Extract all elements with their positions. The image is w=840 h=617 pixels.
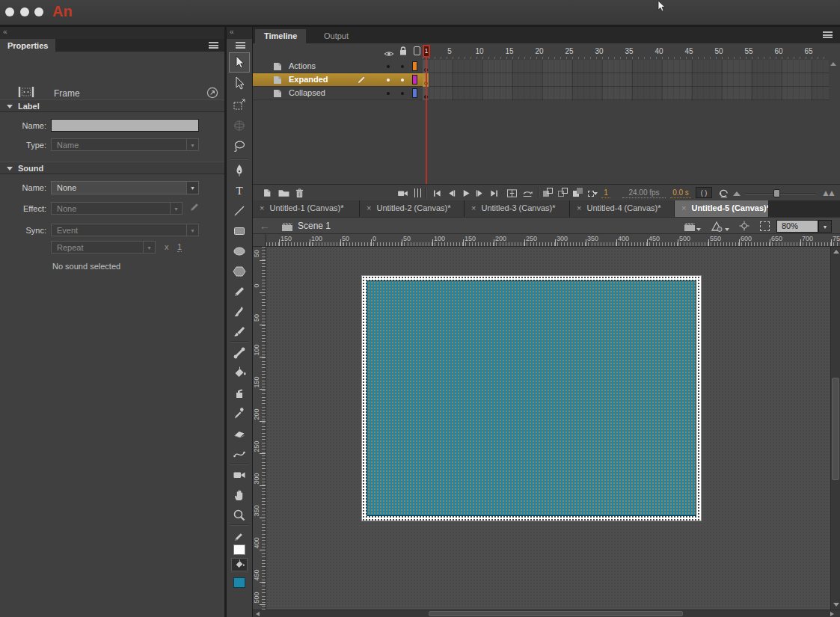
tab-output[interactable]: Output: [315, 29, 358, 43]
stroke-color-icon[interactable]: [233, 531, 245, 543]
layer-lock-dot[interactable]: [401, 92, 404, 95]
timeline-zoom-slider[interactable]: [745, 193, 815, 194]
scroll-up-icon[interactable]: [833, 250, 839, 254]
tool-bone[interactable]: [231, 345, 248, 361]
doc-tab-1[interactable]: ×Untitled-1 (Canvas)*: [253, 200, 360, 217]
show-hide-all-layers-button[interactable]: [384, 47, 394, 55]
playhead-frame-box[interactable]: 1: [423, 45, 430, 58]
layer-name[interactable]: Collapsed: [289, 88, 325, 97]
last-frame-button[interactable]: [488, 186, 500, 200]
close-tab-icon[interactable]: ×: [577, 203, 581, 212]
doc-tab-4[interactable]: ×Untitled-4 (Canvas)*: [570, 200, 675, 217]
modify-markers-button[interactable]: [588, 188, 598, 197]
timeline-scroll-up-icon[interactable]: [830, 62, 836, 66]
label-type-select[interactable]: Name ▼: [51, 138, 199, 151]
layer-name[interactable]: Actions: [289, 61, 316, 70]
layer-row-collapsed[interactable]: Collapsed: [253, 87, 423, 100]
lock-all-layers-button[interactable]: [399, 46, 408, 56]
tool-line[interactable]: [231, 203, 248, 219]
edit-scene-button[interactable]: [684, 221, 700, 232]
layer-row-actions[interactable]: Actions: [253, 60, 423, 73]
tool-pen[interactable]: [231, 162, 248, 179]
panel-menu-icon[interactable]: [209, 42, 218, 49]
tool-oval[interactable]: [231, 243, 248, 260]
collapse-panel-button[interactable]: «: [3, 28, 7, 36]
tool-paint-bucket[interactable]: [231, 365, 248, 381]
sound-name-select[interactable]: None ▼: [51, 181, 199, 194]
layer-row-expanded[interactable]: Expanded: [253, 73, 423, 87]
tool-ink-bottle[interactable]: [231, 385, 248, 402]
traffic-light-close-button[interactable]: [5, 7, 14, 16]
sound-repeat-select[interactable]: Repeat ▼: [51, 241, 156, 254]
edit-multiple-frames-button[interactable]: [573, 188, 583, 197]
sound-effect-select[interactable]: None ▼: [51, 202, 183, 215]
circular-arrow-icon[interactable]: [206, 87, 218, 99]
tool-brush[interactable]: [231, 304, 248, 320]
tool-subselection[interactable]: [231, 76, 248, 92]
tool-paint-brush[interactable]: [231, 324, 248, 340]
scroll-down-icon[interactable]: [833, 603, 839, 607]
close-tab-icon[interactable]: ×: [367, 203, 371, 212]
play-button[interactable]: [459, 186, 471, 200]
vertical-scrollbar[interactable]: [830, 247, 840, 610]
layer-visibility-dot[interactable]: [387, 65, 390, 68]
timeline-zoom-out-icon[interactable]: [733, 191, 741, 196]
tool-eyedropper[interactable]: [231, 405, 248, 422]
zoom-select[interactable]: 80%: [776, 220, 818, 233]
loop-playback-button[interactable]: [521, 186, 534, 200]
scroll-left-icon[interactable]: [256, 612, 260, 616]
doc-tab-5[interactable]: ×Untitled-5 (Canvas)*: [675, 200, 769, 217]
tool-zoom[interactable]: [231, 507, 248, 524]
back-button[interactable]: ←: [260, 220, 270, 232]
fill-color-icon[interactable]: [231, 558, 248, 571]
doc-tab-3[interactable]: ×Untitled-3 (Canvas)*: [465, 200, 570, 217]
tool-width[interactable]: [231, 446, 248, 462]
tool-rectangle[interactable]: [231, 223, 248, 239]
new-layer-button[interactable]: [260, 186, 274, 200]
tool-3d-rotation[interactable]: [231, 117, 248, 134]
layer-visibility-dot[interactable]: [387, 92, 390, 95]
tab-timeline[interactable]: Timeline: [255, 29, 306, 43]
onion-skin-button[interactable]: [543, 188, 554, 197]
center-stage-button[interactable]: [739, 221, 749, 231]
reset-timeline-zoom-button[interactable]: [717, 186, 730, 200]
layer-color-swatch[interactable]: [412, 75, 417, 85]
doc-tab-2[interactable]: ×Untitled-2 (Canvas)*: [360, 200, 465, 217]
traffic-light-minimize-button[interactable]: [20, 7, 29, 16]
tool-polystar[interactable]: [231, 263, 248, 280]
tool-camera[interactable]: [231, 467, 248, 483]
vertical-scrollbar-thumb[interactable]: [832, 378, 839, 480]
layer-name[interactable]: Expanded: [289, 75, 328, 84]
tool-selection[interactable]: [231, 55, 248, 71]
edit-symbols-button[interactable]: [711, 220, 729, 233]
scroll-right-icon[interactable]: [830, 612, 834, 616]
close-tab-icon[interactable]: ×: [471, 203, 476, 212]
selected-rectangle-shape[interactable]: [367, 280, 696, 516]
repeat-count-value[interactable]: 1: [177, 242, 182, 252]
frame-rate-display[interactable]: 24.00 fps: [622, 188, 666, 198]
layer-visibility-dot[interactable]: [387, 79, 390, 82]
layer-color-swatch[interactable]: [412, 61, 417, 71]
close-tab-icon[interactable]: ×: [681, 203, 686, 212]
center-frame-button[interactable]: [505, 186, 518, 200]
tool-eraser[interactable]: [231, 426, 248, 442]
section-sound[interactable]: Sound: [0, 162, 224, 174]
sound-sync-select[interactable]: Event ▼: [51, 224, 199, 236]
timeline-zoom-in-icon[interactable]: ▲▲: [819, 186, 836, 200]
timeline-zoom-slider-handle[interactable]: [773, 189, 780, 197]
tool-pencil[interactable]: [231, 283, 248, 300]
edit-sound-icon[interactable]: [188, 201, 200, 213]
horizontal-scrollbar[interactable]: [253, 610, 840, 617]
stroke-color-swatch[interactable]: [233, 544, 245, 555]
tool-hand[interactable]: [231, 487, 248, 503]
pasteboard[interactable]: [266, 247, 830, 610]
fill-color-swatch[interactable]: [233, 577, 245, 588]
label-name-input[interactable]: [51, 119, 199, 132]
camera-button[interactable]: [395, 186, 410, 200]
layer-lock-dot[interactable]: [401, 65, 404, 68]
tool-text[interactable]: T: [231, 182, 248, 199]
layer-color-swatch[interactable]: [412, 88, 417, 98]
playhead-line[interactable]: [426, 58, 427, 184]
timeline-menu-icon[interactable]: [823, 31, 833, 38]
loop-range-button[interactable]: ( ): [696, 187, 712, 198]
